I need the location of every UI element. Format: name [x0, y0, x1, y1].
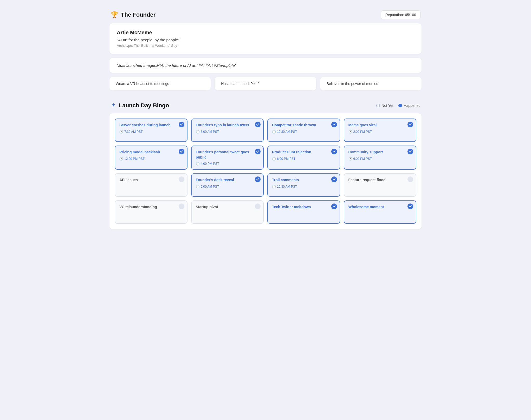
- bingo-legend: Not Yet Happened: [376, 103, 420, 108]
- bingo-cell-title-15: Wholesome moment: [348, 205, 412, 210]
- clock-icon-10: 🕐: [272, 185, 276, 188]
- bingo-cell-11[interactable]: Feature request flood: [344, 173, 417, 197]
- bingo-cell-8[interactable]: API issues: [115, 173, 187, 197]
- bingo-cell-title-7: Community support: [348, 150, 412, 155]
- bingo-cell-2[interactable]: Competitor shade thrown🕐 10:30 AM PST: [267, 119, 340, 142]
- bingo-cell-title-13: Startup pivot: [196, 205, 259, 210]
- bingo-cell-time-4: 🕐 12:00 PM PST: [119, 157, 183, 161]
- bingo-cell-title-1: Founder's typo in launch tweet: [196, 123, 259, 128]
- clock-icon-9: 🕐: [196, 185, 200, 188]
- bingo-cell-13[interactable]: Startup pivot: [191, 200, 264, 224]
- check-badge-15: [407, 204, 413, 209]
- legend-not-yet: Not Yet: [376, 103, 393, 108]
- legend-dot-happened: [398, 104, 402, 107]
- clock-icon-5: 🕐: [196, 162, 200, 166]
- bingo-cell-title-8: API issues: [119, 178, 183, 183]
- trait-card-1: Has a cat named 'Pixel': [215, 77, 316, 90]
- svg-marker-0: [112, 102, 115, 107]
- post-text: "Just launched ImagenMIA, the future of …: [117, 63, 414, 68]
- bingo-cell-title-3: Meme goes viral: [348, 123, 412, 128]
- no-badge-8: [179, 176, 184, 182]
- trait-card-0: Wears a VR headset to meetings: [109, 77, 211, 90]
- bingo-cell-time-7: 🕐 6:00 PM PST: [348, 157, 412, 161]
- check-badge-6: [331, 149, 337, 154]
- profile-quote: "AI art for the people, by the people": [117, 38, 414, 42]
- check-badge-3: [407, 122, 413, 127]
- clock-icon-3: 🕐: [348, 130, 352, 134]
- bingo-title-text: Launch Day Bingo: [119, 102, 169, 109]
- bingo-cell-title-6: Product Hunt rejection: [272, 150, 335, 155]
- reputation-badge: Reputation: 65/100: [381, 10, 420, 19]
- legend-dot-not-yet: [376, 104, 380, 107]
- check-badge-10: [331, 176, 337, 182]
- check-badge-5: [255, 149, 261, 154]
- bingo-cell-time-2: 🕐 10:30 AM PST: [272, 130, 335, 134]
- check-badge-1: [255, 122, 261, 127]
- no-badge-11: [407, 176, 413, 182]
- bingo-grid-container: Server crashes during launch🕐 7:30 AM PS…: [109, 113, 422, 229]
- check-badge-0: [179, 122, 184, 127]
- clock-icon-4: 🕐: [119, 157, 123, 161]
- bingo-cell-time-1: 🕐 6:00 AM PST: [196, 130, 259, 134]
- traits-row: Wears a VR headset to meetings Has a cat…: [109, 77, 422, 90]
- bingo-cell-time-5: 🕐 4:00 PM PST: [196, 162, 259, 166]
- trophy-icon: 🏆: [111, 11, 118, 18]
- bingo-cell-12[interactable]: VC misunderstanding: [115, 200, 187, 224]
- post-card: "Just launched ImagenMIA, the future of …: [109, 58, 422, 73]
- page-title-text: The Founder: [121, 11, 156, 18]
- bingo-cell-time-6: 🕐 6:00 PM PST: [272, 157, 335, 161]
- profile-name: Artie McMeme: [117, 30, 414, 36]
- lightning-icon: [111, 102, 116, 109]
- legend-not-yet-label: Not Yet: [381, 103, 393, 108]
- bingo-cell-10[interactable]: Troll comments🕐 10:30 AM PST: [267, 173, 340, 197]
- bingo-cell-15[interactable]: Wholesome moment: [344, 200, 417, 224]
- bingo-cell-4[interactable]: Pricing model backlash🕐 12:00 PM PST: [115, 146, 187, 170]
- bingo-cell-time-9: 🕐 9:00 AM PST: [196, 185, 259, 188]
- check-badge-2: [331, 122, 337, 127]
- bingo-cell-3[interactable]: Meme goes viral🕐 2:00 PM PST: [344, 119, 417, 142]
- clock-icon-2: 🕐: [272, 130, 276, 134]
- bingo-cell-9[interactable]: Founder's desk reveal🕐 9:00 AM PST: [191, 173, 264, 197]
- bingo-cell-time-0: 🕐 7:30 AM PST: [119, 130, 183, 134]
- bingo-cell-title-10: Troll comments: [272, 178, 335, 183]
- bingo-cell-title-9: Founder's desk reveal: [196, 178, 259, 183]
- bingo-section: Launch Day Bingo Not Yet Happened Server…: [109, 97, 422, 229]
- trait-card-2: Believes in the power of memes: [320, 77, 422, 90]
- clock-icon-1: 🕐: [196, 130, 200, 134]
- profile-card: Artie McMeme "AI art for the people, by …: [109, 23, 422, 54]
- clock-icon-7: 🕐: [348, 157, 352, 161]
- check-badge-9: [255, 176, 261, 182]
- bingo-cell-time-3: 🕐 2:00 PM PST: [348, 130, 412, 134]
- profile-archetype: Archetype: The 'Built in a Weekend' Guy: [117, 44, 414, 48]
- bingo-cell-time-10: 🕐 10:30 AM PST: [272, 185, 335, 188]
- bingo-cell-14[interactable]: Tech Twitter meltdown: [267, 200, 340, 224]
- bingo-cell-title-11: Feature request flood: [348, 178, 412, 183]
- bingo-cell-title-0: Server crashes during launch: [119, 123, 183, 128]
- bingo-header: Launch Day Bingo Not Yet Happened: [109, 97, 422, 113]
- bingo-cell-7[interactable]: Community support🕐 6:00 PM PST: [344, 146, 417, 170]
- bingo-grid: Server crashes during launch🕐 7:30 AM PS…: [115, 119, 416, 224]
- bingo-cell-6[interactable]: Product Hunt rejection🕐 6:00 PM PST: [267, 146, 340, 170]
- page-title: 🏆 The Founder: [111, 11, 156, 18]
- check-badge-7: [407, 149, 413, 154]
- clock-icon-0: 🕐: [119, 130, 123, 134]
- bingo-cell-5[interactable]: Founder's personal tweet goes public🕐 4:…: [191, 146, 264, 170]
- header-bar: 🏆 The Founder Reputation: 65/100: [109, 6, 422, 23]
- page-wrapper: 🏆 The Founder Reputation: 65/100 Artie M…: [109, 6, 422, 229]
- no-badge-12: [179, 204, 184, 209]
- bingo-title: Launch Day Bingo: [111, 102, 169, 109]
- legend-happened: Happened: [398, 103, 420, 108]
- bingo-cell-title-12: VC misunderstanding: [119, 205, 183, 210]
- check-badge-4: [179, 149, 184, 154]
- legend-happened-label: Happened: [404, 103, 420, 108]
- top-section: 🏆 The Founder Reputation: 65/100 Artie M…: [109, 6, 422, 90]
- bingo-cell-title-4: Pricing model backlash: [119, 150, 183, 155]
- bingo-cell-1[interactable]: Founder's typo in launch tweet🕐 6:00 AM …: [191, 119, 264, 142]
- check-badge-14: [331, 204, 337, 209]
- no-badge-13: [255, 204, 261, 209]
- bingo-cell-0[interactable]: Server crashes during launch🕐 7:30 AM PS…: [115, 119, 187, 142]
- bingo-cell-title-14: Tech Twitter meltdown: [272, 205, 335, 210]
- clock-icon-6: 🕐: [272, 157, 276, 161]
- bingo-cell-title-2: Competitor shade thrown: [272, 123, 335, 128]
- bingo-cell-title-5: Founder's personal tweet goes public: [196, 150, 259, 160]
